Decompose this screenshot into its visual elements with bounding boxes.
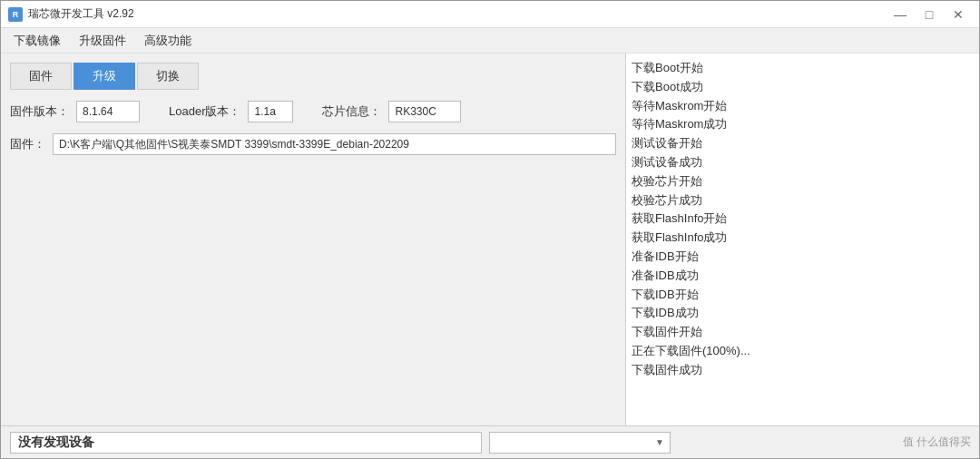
log-line: 获取FlashInfo开始 bbox=[632, 210, 974, 229]
chip-info-label: 芯片信息： bbox=[322, 103, 381, 120]
log-line: 等待Maskrom开始 bbox=[632, 97, 974, 116]
watermark: 值 什么值得买 bbox=[903, 435, 971, 450]
log-line: 下载Boot成功 bbox=[632, 78, 974, 97]
version-row: 固件版本： Loader版本： 芯片信息： bbox=[10, 101, 616, 122]
log-line: 准备IDB成功 bbox=[632, 267, 974, 286]
log-line: 校验芯片成功 bbox=[632, 191, 974, 210]
log-line: 下载Boot开始 bbox=[632, 59, 974, 78]
log-line: 正在下载固件(100%)... bbox=[632, 342, 974, 361]
title-bar: R 瑞芯微开发工具 v2.92 — □ ✕ bbox=[1, 1, 979, 28]
log-line: 下载IDB成功 bbox=[632, 304, 974, 323]
status-text: 没有发现设备 bbox=[10, 432, 482, 454]
menu-upgrade-firmware[interactable]: 升级固件 bbox=[70, 29, 135, 53]
window-title: 瑞芯微开发工具 v2.92 bbox=[28, 6, 134, 22]
log-line: 测试设备成功 bbox=[632, 153, 974, 172]
tab-upgrade[interactable]: 升级 bbox=[74, 63, 135, 90]
minimize-button[interactable]: — bbox=[887, 5, 914, 24]
status-bar: 没有发现设备 ▼ bbox=[1, 425, 979, 458]
log-panel: 下载Boot开始 下载Boot成功 等待Maskrom开始 等待Maskrom成… bbox=[625, 54, 979, 425]
firmware-version-input[interactable] bbox=[76, 101, 140, 122]
title-bar-left: R 瑞芯微开发工具 v2.92 bbox=[8, 6, 134, 22]
log-line: 校验芯片开始 bbox=[632, 172, 974, 191]
log-line: 下载IDB开始 bbox=[632, 286, 974, 305]
chevron-down-icon: ▼ bbox=[655, 437, 664, 447]
tab-firmware[interactable]: 固件 bbox=[10, 63, 72, 90]
main-window: R 瑞芯微开发工具 v2.92 — □ ✕ 下载镜像 升级固件 高级功能 固件 … bbox=[0, 0, 980, 459]
chip-info-input[interactable] bbox=[388, 101, 461, 122]
maximize-button[interactable]: □ bbox=[916, 5, 943, 24]
tab-switch[interactable]: 切换 bbox=[137, 63, 199, 90]
menu-download-image[interactable]: 下载镜像 bbox=[5, 29, 70, 53]
loader-version-label: Loader版本： bbox=[169, 103, 240, 120]
window-controls: — □ ✕ bbox=[887, 5, 972, 24]
log-line: 获取FlashInfo成功 bbox=[632, 229, 974, 248]
left-panel: 固件 升级 切换 固件版本： Loader版本： 芯片信息： bbox=[1, 54, 625, 425]
app-icon: R bbox=[8, 7, 23, 22]
device-dropdown[interactable]: ▼ bbox=[489, 432, 671, 454]
firmware-path-row: 固件： bbox=[10, 133, 616, 155]
log-line: 下载固件开始 bbox=[632, 323, 974, 342]
firmware-label: 固件： bbox=[10, 136, 45, 152]
log-line: 等待Maskrom成功 bbox=[632, 115, 974, 134]
menu-bar: 下载镜像 升级固件 高级功能 bbox=[1, 28, 979, 54]
close-button[interactable]: ✕ bbox=[945, 5, 972, 24]
tab-buttons: 固件 升级 切换 bbox=[10, 63, 616, 90]
menu-advanced[interactable]: 高级功能 bbox=[135, 29, 201, 53]
log-line: 准备IDB开始 bbox=[632, 248, 974, 267]
form-area: 固件版本： Loader版本： 芯片信息： 固件： bbox=[10, 101, 616, 155]
log-line: 下载固件成功 bbox=[632, 361, 974, 380]
firmware-path-input[interactable] bbox=[53, 133, 616, 155]
loader-version-input[interactable] bbox=[248, 101, 293, 122]
content-area: 固件 升级 切换 固件版本： Loader版本： 芯片信息： bbox=[1, 54, 979, 425]
firmware-version-label: 固件版本： bbox=[10, 103, 69, 120]
log-line: 测试设备开始 bbox=[632, 134, 974, 153]
